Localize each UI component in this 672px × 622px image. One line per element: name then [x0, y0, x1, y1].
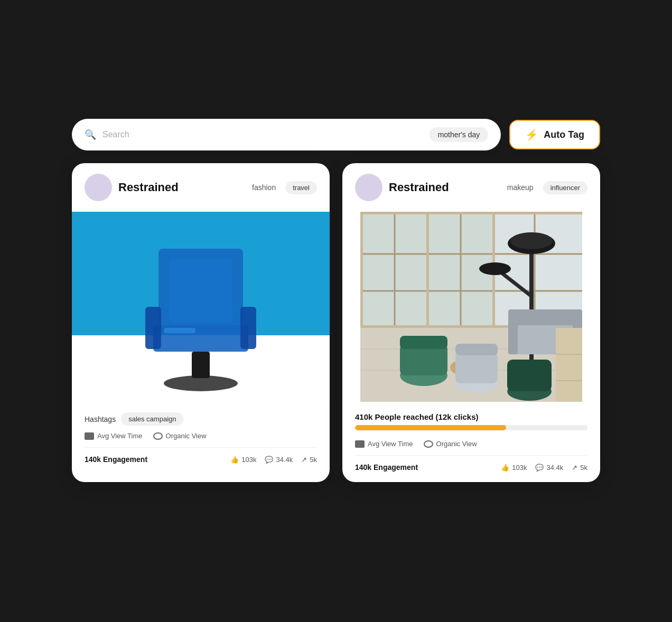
- card-1: Restrained fashion travel: [72, 163, 330, 482]
- search-row: 🔍 Search mother's day ⚡ Auto Tag: [72, 119, 600, 150]
- likes-stat: 👍 103k: [230, 456, 256, 464]
- video-icon: [85, 432, 94, 440]
- hashtags-label: Hashtags: [85, 415, 116, 423]
- svg-rect-32: [508, 309, 518, 354]
- divider: [85, 447, 317, 448]
- svg-rect-38: [400, 336, 447, 349]
- card-2-image: [342, 212, 600, 402]
- bolt-icon: ⚡: [525, 128, 538, 141]
- progress-bar-bg: [355, 425, 587, 430]
- svg-point-5: [164, 375, 238, 391]
- like-icon: 👍: [230, 456, 239, 464]
- shares-stat-2: ↗ 5k: [572, 464, 587, 472]
- svg-rect-40: [455, 352, 498, 383]
- organic-view: Organic View: [153, 432, 207, 440]
- card-2-tag2[interactable]: influencer: [543, 181, 587, 194]
- chair-scene: [72, 212, 330, 402]
- card-1-body: Hashtags sales campaign Avg View Time Or…: [72, 402, 330, 482]
- card-2-body: 410k People reached (12k clicks) Avg Vie…: [342, 402, 600, 482]
- comments-stat: 💬 34.4k: [265, 456, 293, 464]
- avg-view-time: Avg View Time: [85, 432, 143, 440]
- divider-2: [355, 455, 587, 456]
- reach-text: 410k People reached (12k clicks): [355, 412, 478, 421]
- card-1-hashtags: Hashtags sales campaign: [85, 412, 317, 426]
- hashtag-badge[interactable]: sales campaign: [121, 412, 183, 426]
- auto-tag-button[interactable]: ⚡ Auto Tag: [509, 120, 600, 149]
- like-icon-2: 👍: [501, 464, 509, 472]
- comments-stat-2: 💬 34.4k: [535, 464, 563, 472]
- card-1-tag2[interactable]: travel: [285, 181, 317, 194]
- office-svg: [342, 212, 600, 402]
- svg-rect-43: [507, 360, 552, 391]
- progress-bar-fill: [355, 425, 506, 430]
- card-1-tag1[interactable]: fashion: [252, 183, 276, 192]
- svg-rect-6: [164, 328, 195, 333]
- search-tag-mothers-day[interactable]: mother's day: [430, 127, 489, 142]
- svg-rect-3: [240, 307, 256, 349]
- video-icon-2: [355, 440, 365, 448]
- cards-row: Restrained fashion travel: [72, 163, 600, 482]
- card-1-metrics: Avg View Time Organic View: [85, 432, 317, 440]
- search-bar[interactable]: 🔍 Search mother's day: [72, 119, 501, 150]
- reach-section: 410k People reached (12k clicks): [355, 412, 587, 433]
- svg-rect-41: [455, 344, 498, 355]
- chair-svg: [122, 233, 280, 402]
- card-2-header: Restrained makeup influencer: [342, 163, 600, 212]
- share-icon: ↗: [301, 456, 307, 464]
- engagement-label-2: 140k Engagement: [355, 463, 492, 472]
- svg-point-27: [510, 232, 553, 249]
- card-1-image: [72, 212, 330, 402]
- card-1-header: Restrained fashion travel: [72, 163, 330, 212]
- svg-rect-4: [192, 352, 210, 378]
- organic-view-2: Organic View: [424, 440, 477, 448]
- shares-stat: ↗ 5k: [301, 456, 317, 464]
- eye-icon: [153, 432, 163, 440]
- card-1-avatar: [85, 174, 112, 201]
- search-icon: 🔍: [85, 129, 96, 140]
- svg-rect-31: [508, 309, 582, 325]
- card-2-engagement: 140k Engagement 👍 103k 💬 34.4k ↗ 5k: [355, 463, 587, 472]
- card-2-tag1[interactable]: makeup: [507, 183, 534, 192]
- svg-rect-7: [169, 259, 232, 323]
- card-2-avatar: [355, 174, 382, 201]
- svg-point-29: [479, 262, 511, 275]
- svg-rect-44: [556, 328, 582, 402]
- avg-view-time-2: Avg View Time: [355, 440, 413, 448]
- card-1-title: Restrained: [118, 181, 242, 194]
- card-2: Restrained makeup influencer: [342, 163, 600, 482]
- search-input-placeholder: Search: [102, 130, 423, 139]
- eye-icon-2: [424, 440, 433, 448]
- svg-rect-2: [145, 307, 161, 349]
- comment-icon-2: 💬: [535, 464, 544, 472]
- card-2-metrics: Avg View Time Organic View: [355, 440, 587, 448]
- engagement-label: 140k Engagement: [85, 455, 222, 464]
- auto-tag-label: Auto Tag: [544, 129, 584, 140]
- likes-stat-2: 👍 103k: [501, 464, 527, 472]
- card-2-title: Restrained: [389, 181, 498, 194]
- card-1-engagement: 140k Engagement 👍 103k 💬 34.4k ↗ 5k: [85, 455, 317, 464]
- share-icon-2: ↗: [572, 464, 577, 472]
- main-container: 🔍 Search mother's day ⚡ Auto Tag Restrai…: [72, 119, 600, 482]
- comment-icon: 💬: [265, 456, 273, 464]
